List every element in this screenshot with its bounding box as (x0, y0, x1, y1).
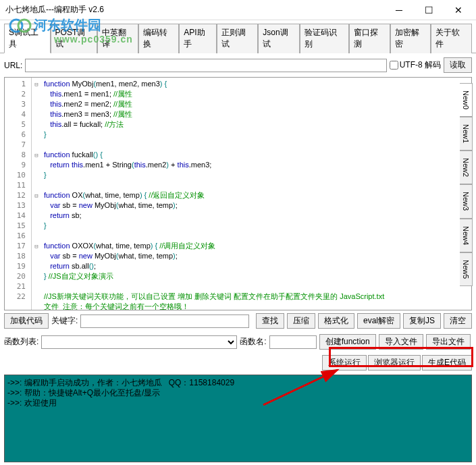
tab-6[interactable]: Json调试 (258, 24, 300, 53)
side-tab-new5[interactable]: New5 (460, 252, 473, 286)
system-run-button[interactable]: 系统运行 (322, 355, 367, 371)
compress-button[interactable]: 压缩 (287, 313, 315, 329)
tab-5[interactable]: 正则调试 (217, 24, 258, 53)
maximize-button[interactable]: ☐ (414, 1, 444, 20)
code-line[interactable] (44, 231, 469, 241)
tab-1[interactable]: POST调试 (51, 24, 97, 53)
fold-marker (32, 170, 41, 180)
code-line[interactable]: function OXOX(what, time, temp) { //调用自定… (44, 241, 469, 251)
line-number: 16 (5, 231, 31, 241)
fold-marker (32, 211, 41, 221)
line-number: 10 (5, 170, 31, 180)
import-file-button[interactable]: 导入文件 (379, 334, 423, 350)
generate-ecode-button[interactable]: 生成E代码 (422, 355, 472, 371)
tab-4[interactable]: API助手 (179, 24, 217, 53)
fold-marker (32, 109, 41, 119)
fold-marker (32, 221, 41, 231)
fold-column: ⊟⊟⊟⊟ (32, 78, 41, 310)
code-line[interactable]: return sb; (44, 211, 469, 221)
utf8-checkbox-input[interactable] (390, 61, 398, 70)
console-output: ->>: 编程助手启动成功，作者：小七烤地瓜 QQ：1158184029->>:… (4, 375, 472, 462)
line-number: 7 (5, 140, 31, 150)
create-function-button[interactable]: 创建function (319, 334, 376, 350)
fold-marker (32, 302, 41, 312)
code-line[interactable]: function fuckall() { (44, 150, 469, 160)
side-tab-new3[interactable]: New3 (460, 184, 473, 218)
code-line[interactable]: } (44, 170, 469, 180)
code-line[interactable]: 文件 注意：每个关键词之前有一个空格哦！ (44, 302, 469, 310)
line-gutter: 12345678910111213141516171819202122 (5, 78, 32, 310)
code-line[interactable]: //JS新增关键词关联功能，可以自己设置 增加 删除关键词 配置文件在助手配置文… (44, 292, 469, 302)
clear-button[interactable]: 清空 (444, 313, 472, 329)
url-input[interactable] (25, 59, 386, 72)
code-line[interactable] (44, 180, 469, 190)
code-line[interactable]: this.men1 = men1; //属性 (44, 89, 469, 99)
code-line[interactable]: this.all = fuckall; //方法 (44, 119, 469, 130)
side-tab-new1[interactable]: New1 (460, 117, 473, 151)
load-code-button[interactable]: 加载代码 (4, 313, 49, 329)
find-button[interactable]: 查找 (256, 313, 284, 329)
code-line[interactable]: } (44, 130, 469, 140)
keyword-input[interactable] (80, 314, 249, 328)
code-line[interactable]: this.men2 = men2; //属性 (44, 99, 469, 109)
fold-marker (32, 160, 41, 170)
fold-marker (32, 119, 41, 130)
side-tab-new0[interactable]: New0 (460, 83, 473, 117)
func-list-label: 函数列表: (4, 336, 38, 348)
minimize-button[interactable]: ─ (384, 1, 414, 20)
code-editor[interactable]: 12345678910111213141516171819202122 ⊟⊟⊟⊟… (4, 77, 472, 310)
keyword-label: 关键字: (51, 315, 78, 327)
tab-0[interactable]: S调试工具 (4, 24, 51, 53)
code-line[interactable]: function MyObj(men1, men2, men3) { (44, 79, 469, 89)
fold-marker[interactable]: ⊟ (32, 241, 41, 251)
side-tab-new2[interactable]: New2 (460, 151, 473, 184)
export-file-button[interactable]: 导出文件 (426, 334, 471, 350)
fold-marker (32, 292, 41, 302)
code-line[interactable]: var sb = new MyObj(what, time, temp); (44, 251, 469, 261)
format-button[interactable]: 格式化 (318, 313, 354, 329)
code-line[interactable] (44, 281, 469, 292)
close-button[interactable]: ✕ (444, 1, 473, 20)
code-line[interactable]: } //JS自定义对象演示 (44, 271, 469, 281)
read-button[interactable]: 读取 (444, 57, 472, 73)
line-number: 3 (5, 99, 31, 109)
fold-marker[interactable]: ⊟ (32, 150, 41, 160)
code-line[interactable]: return sb.all(); (44, 261, 469, 271)
url-row: URL: UTF-8 解码 读取 (0, 53, 476, 77)
copy-js-button[interactable]: 复制JS (403, 313, 441, 329)
code-line[interactable]: this.men3 = men3; //属性 (44, 109, 469, 119)
tab-10[interactable]: 关于软件 (431, 24, 472, 53)
code-line[interactable]: } (44, 221, 469, 231)
utf8-checkbox[interactable]: UTF-8 解码 (390, 59, 441, 71)
fold-marker[interactable]: ⊟ (32, 79, 41, 89)
line-number: 6 (5, 130, 31, 140)
line-number: 5 (5, 119, 31, 130)
tab-3[interactable]: 编码转换 (138, 24, 180, 53)
code-line[interactable]: var sb = new MyObj(what, time, temp); (44, 200, 469, 211)
browser-run-button[interactable]: 浏览器运行 (368, 355, 421, 371)
tab-7[interactable]: 验证码识别 (300, 24, 348, 53)
code-line[interactable]: return this.men1 + String(this.men2) + t… (44, 160, 469, 170)
fold-marker[interactable]: ⊟ (32, 190, 41, 200)
console-line: ->>: 编程助手启动成功，作者：小七烤地瓜 QQ：1158184029 (7, 378, 469, 388)
line-number: 18 (5, 251, 31, 261)
code-body[interactable]: function MyObj(men1, men2, men3) { this.… (41, 78, 471, 310)
line-number: 8 (5, 150, 31, 160)
line-number: 13 (5, 200, 31, 211)
console-line: ->>: 帮助：快捷键Alt+Q最小化至托盘/显示 (7, 388, 469, 398)
eval-decrypt-button[interactable]: eval解密 (357, 313, 400, 329)
tab-8[interactable]: 窗口探测 (349, 24, 390, 53)
toolbar-row-1: 加载代码 关键字: 查找 压缩 格式化 eval解密 复制JS 清空 (0, 310, 476, 331)
side-tab-new4[interactable]: New4 (460, 219, 473, 252)
line-number: 11 (5, 180, 31, 190)
func-name-input[interactable] (269, 335, 317, 349)
code-line[interactable] (44, 140, 469, 150)
run-row: 系统运行 浏览器运行 生成E代码 (0, 352, 476, 373)
line-number: 20 (5, 271, 31, 281)
line-number: 21 (5, 281, 31, 292)
tab-2[interactable]: 中英翻译 (97, 24, 138, 53)
func-list-select[interactable] (41, 335, 237, 349)
fold-marker (32, 281, 41, 292)
code-line[interactable]: function OX(what, time, temp) { //返回自定义对… (44, 190, 469, 200)
tab-9[interactable]: 加密解密 (390, 24, 431, 53)
